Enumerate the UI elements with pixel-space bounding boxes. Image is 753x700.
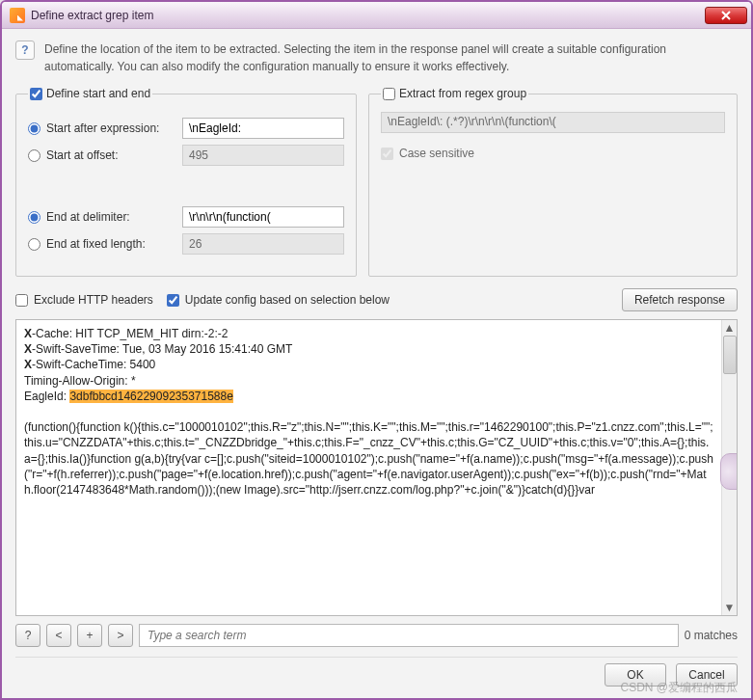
resp-l1a: X xyxy=(24,327,32,340)
end-at-fixed-length-label: End at fixed length: xyxy=(46,237,146,251)
define-start-end-legend[interactable]: Define start and end xyxy=(30,87,150,100)
dialog-window: Define extract grep item ? Define the lo… xyxy=(0,0,753,700)
exclude-http-label: Exclude HTTP headers xyxy=(34,293,153,307)
start-at-offset-input[interactable] xyxy=(28,149,40,162)
exclude-http-checkbox[interactable] xyxy=(15,294,28,307)
resp-l5a: EagleId: xyxy=(24,390,69,403)
window-title: Define extract grep item xyxy=(31,9,153,22)
start-at-offset-radio[interactable]: Start at offset: xyxy=(28,148,182,162)
intro-text: Define the location of the item to be ex… xyxy=(44,40,738,75)
app-icon xyxy=(10,8,25,23)
define-start-end-label: Define start and end xyxy=(46,87,150,100)
scrollbar[interactable]: ▲ ▼ xyxy=(721,320,737,615)
end-at-delimiter-field[interactable] xyxy=(182,206,344,228)
search-help-button[interactable]: ? xyxy=(15,624,40,647)
panels: Define start and end Start after express… xyxy=(15,87,738,277)
close-icon xyxy=(721,11,731,20)
resp-body: (function(){function k(){this.c="1000010… xyxy=(24,419,713,498)
resp-l2b: -Swift-SaveTime: Tue, 03 May 2016 15:41:… xyxy=(32,342,292,356)
close-button[interactable] xyxy=(705,7,747,24)
search-input[interactable] xyxy=(139,624,679,647)
scroll-up-icon[interactable]: ▲ xyxy=(722,320,737,336)
start-after-expression-radio[interactable]: Start after expression: xyxy=(28,121,182,135)
end-at-delimiter-input[interactable] xyxy=(28,211,40,224)
refetch-response-button[interactable]: Refetch response xyxy=(622,288,738,311)
footer: OK Cancel xyxy=(15,657,738,687)
response-panel[interactable]: X-Cache: HIT TCP_MEM_HIT dirn:-2:-2 X-Sw… xyxy=(15,319,738,616)
end-at-delimiter-label: End at delimiter: xyxy=(46,210,130,224)
help-icon[interactable]: ? xyxy=(15,40,35,60)
ok-button[interactable]: OK xyxy=(605,663,666,687)
update-config-label: Update config based on selection below xyxy=(185,293,390,307)
resp-l3a: X xyxy=(24,358,32,371)
start-at-offset-field xyxy=(182,145,344,166)
resp-l1b: -Cache: HIT TCP_MEM_HIT dirn:-2:-2 xyxy=(32,327,228,340)
resp-l3b: -Swift-CacheTime: 5400 xyxy=(32,358,155,371)
start-after-expression-field[interactable] xyxy=(182,118,344,139)
resp-l4: Timing-Allow-Origin: * xyxy=(24,373,713,389)
cancel-button[interactable]: Cancel xyxy=(676,663,738,687)
end-at-fixed-length-field xyxy=(182,233,344,255)
case-sensitive-label: Case sensitive xyxy=(399,147,474,160)
extract-regex-panel: Extract from regex group \nEagleId\: (.*… xyxy=(368,87,738,277)
extract-regex-legend[interactable]: Extract from regex group xyxy=(383,87,526,100)
update-config-checkbox[interactable] xyxy=(167,294,179,307)
define-start-end-checkbox[interactable] xyxy=(30,88,42,100)
update-config-on-selection[interactable]: Update config based on selection below xyxy=(167,293,390,307)
scroll-thumb[interactable] xyxy=(723,336,737,374)
exclude-http-headers[interactable]: Exclude HTTP headers xyxy=(15,293,153,307)
titlebar: Define extract grep item xyxy=(2,2,751,29)
refetch-label: Refetch response xyxy=(634,293,725,307)
extract-regex-checkbox[interactable] xyxy=(383,88,395,100)
scroll-down-icon[interactable]: ▼ xyxy=(722,600,737,615)
search-next-button[interactable]: > xyxy=(108,624,133,647)
intro-row: ? Define the location of the item to be … xyxy=(15,40,738,75)
response-text[interactable]: X-Cache: HIT TCP_MEM_HIT dirn:-2:-2 X-Sw… xyxy=(16,320,721,615)
match-count: 0 matches xyxy=(685,629,738,642)
end-at-fixed-length-radio[interactable]: End at fixed length: xyxy=(28,237,182,251)
end-at-fixed-length-input[interactable] xyxy=(28,238,40,251)
case-sensitive-checkbox xyxy=(381,148,393,160)
extract-regex-label: Extract from regex group xyxy=(399,87,526,100)
start-at-offset-label: Start at offset: xyxy=(46,148,118,162)
ok-label: OK xyxy=(627,668,643,682)
options-row: Exclude HTTP headers Update config based… xyxy=(15,288,738,311)
end-at-delimiter-radio[interactable]: End at delimiter: xyxy=(28,210,182,224)
search-row: ? < + > 0 matches xyxy=(15,624,738,647)
regex-field: \nEagleId\: (.*?)\r\n\r\n\(function\( xyxy=(381,112,725,133)
resp-l2a: X xyxy=(24,342,32,356)
dialog-body: ? Define the location of the item to be … xyxy=(2,29,751,698)
highlighted-match[interactable]: 3dbfbbcd14622909235371588e xyxy=(69,390,233,403)
start-after-expression-input[interactable] xyxy=(28,122,40,135)
cancel-label: Cancel xyxy=(688,668,724,682)
define-start-end-panel: Define start and end Start after express… xyxy=(15,87,357,277)
start-after-expression-label: Start after expression: xyxy=(46,121,159,135)
search-prev-button[interactable]: < xyxy=(46,624,71,647)
search-add-button[interactable]: + xyxy=(77,624,102,647)
scroll-grip-icon[interactable] xyxy=(720,453,738,490)
